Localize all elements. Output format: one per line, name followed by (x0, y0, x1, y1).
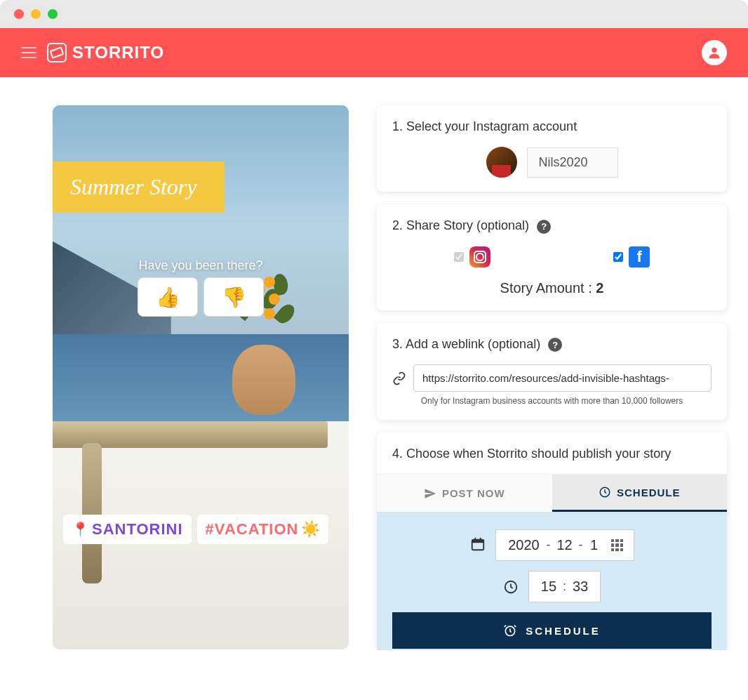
facebook-checkbox[interactable] (613, 252, 623, 262)
svg-rect-3 (472, 539, 483, 543)
svg-rect-4 (474, 537, 476, 541)
section1-title: 1. Select your Instagram account (392, 119, 712, 134)
facebook-icon: f (629, 246, 650, 268)
poll-thumbs-down[interactable]: 👎 (203, 277, 264, 317)
svg-rect-5 (479, 537, 481, 541)
story-amount: Story Amount : 2 (392, 280, 712, 296)
window-minimize-dot[interactable] (31, 9, 41, 19)
instagram-icon (469, 246, 490, 268)
menu-hamburger-icon[interactable] (21, 47, 36, 58)
svg-point-0 (712, 48, 716, 53)
help-icon[interactable]: ? (537, 220, 551, 234)
link-icon (392, 371, 406, 385)
calendar-icon (470, 536, 486, 555)
poll-buttons: 👍 👎 (138, 277, 264, 317)
window-titlebar (0, 0, 748, 28)
section2-title: 2. Share Story (optional) ? (392, 218, 712, 234)
weblink-input[interactable] (413, 364, 712, 392)
help-icon[interactable]: ? (548, 338, 562, 352)
section3-title: 3. Add a weblink (optional) ? (392, 337, 712, 352)
poll-thumbs-up[interactable]: 👍 (138, 277, 198, 317)
weblink-note: Only for Instagram business accounts wit… (392, 396, 712, 406)
alarm-icon (503, 623, 517, 638)
section-share-story: 2. Share Story (optional) ? f Story Amou… (377, 204, 727, 310)
sun-icon: ☀️ (301, 520, 320, 539)
user-icon (707, 45, 722, 60)
send-icon (424, 487, 436, 500)
window-maximize-dot[interactable] (48, 9, 58, 19)
window-close-dot[interactable] (14, 9, 24, 19)
hashtag-tag: #VACATION ☀️ (197, 515, 329, 544)
section-select-account: 1. Select your Instagram account (377, 105, 727, 192)
clock-icon (599, 486, 611, 498)
story-banner: Summer Story (53, 161, 225, 213)
tab-post-now[interactable]: POST NOW (377, 475, 552, 512)
section-weblink: 3. Add a weblink (optional) ? Only for I… (377, 323, 727, 421)
account-avatar[interactable] (486, 147, 517, 178)
schedule-button[interactable]: SCHEDULE (392, 612, 712, 649)
app-header: STORRITO (0, 28, 748, 77)
profile-button[interactable] (702, 40, 727, 65)
logo[interactable]: STORRITO (47, 43, 164, 62)
location-tag: 📍 SANTORINI (63, 515, 192, 544)
time-input-box[interactable]: : (528, 571, 601, 602)
date-input-box[interactable]: - - (495, 529, 634, 561)
location-pin-icon: 📍 (72, 521, 89, 538)
hour-input[interactable] (539, 579, 559, 595)
account-name-input[interactable] (527, 147, 618, 178)
month-input[interactable] (555, 537, 575, 553)
section-schedule: 4. Choose when Storrito should publish y… (377, 432, 727, 650)
logo-icon (47, 43, 67, 62)
day-input[interactable] (587, 537, 601, 553)
year-input[interactable] (506, 537, 542, 553)
minute-input[interactable] (570, 579, 590, 595)
time-icon (503, 579, 519, 595)
tab-schedule[interactable]: SCHEDULE (552, 475, 728, 512)
logo-text: STORRITO (72, 43, 164, 62)
instagram-checkbox[interactable] (454, 252, 464, 262)
poll-question: Have you been there? (138, 258, 262, 273)
section4-title: 4. Choose when Storrito should publish y… (392, 447, 712, 461)
story-preview: Summer Story Have you been there? 👍 👎 📍 … (53, 105, 349, 649)
date-picker-icon[interactable] (611, 539, 624, 552)
